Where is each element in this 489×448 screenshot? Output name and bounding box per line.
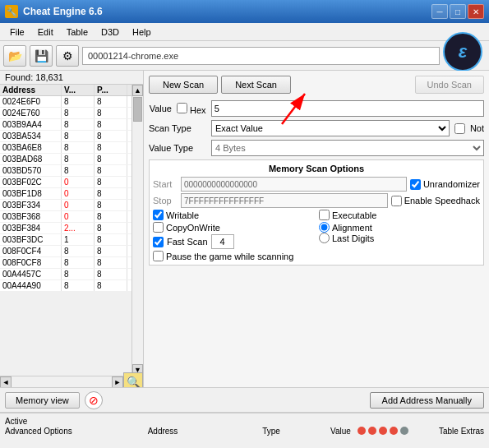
- table-row[interactable]: 003BF368 0 8: [0, 211, 131, 223]
- cell-previous: 8: [95, 96, 127, 107]
- alignment-radio[interactable]: [319, 222, 330, 233]
- copyonwrite-checkbox[interactable]: [153, 222, 164, 233]
- undo-scan-button[interactable]: Undo Scan: [415, 76, 484, 94]
- table-row[interactable]: 003BF334 0 8: [0, 200, 131, 211]
- table-row[interactable]: 0024E6F0 8 8: [0, 96, 131, 108]
- cell-previous: 8: [95, 246, 127, 256]
- value-type-row: Value Type 4 Bytes: [149, 140, 484, 156]
- scroll-thumb[interactable]: [133, 97, 142, 122]
- bottom-toolbar: Memory view ⊘ Add Address Manually: [0, 387, 489, 412]
- cell-value: 8: [62, 154, 95, 164]
- menu-d3d[interactable]: D3D: [95, 25, 126, 39]
- cell-address: 0024E760: [0, 108, 62, 118]
- speedhack-checkbox[interactable]: [391, 196, 402, 206]
- cell-value: 0: [62, 177, 95, 187]
- cell-value: 8: [62, 246, 95, 256]
- maximize-button[interactable]: □: [450, 4, 466, 19]
- menu-edit[interactable]: Edit: [31, 25, 60, 39]
- toolbar-save-button[interactable]: 💾: [30, 45, 53, 67]
- writable-label: Writable: [166, 210, 199, 220]
- scan-type-select[interactable]: Exact Value: [211, 120, 450, 136]
- value-type-select[interactable]: 4 Bytes: [211, 140, 484, 156]
- value-input[interactable]: [211, 100, 484, 117]
- not-checkbox[interactable]: [454, 123, 465, 134]
- table-extras-label: Table Extras: [439, 427, 484, 436]
- menu-file[interactable]: File: [3, 25, 31, 39]
- table-row[interactable]: 008F0CF8 8 8: [0, 257, 131, 269]
- table-row[interactable]: 003BF02C 0 8: [0, 177, 131, 188]
- process-display[interactable]: 00001214-chrome.exe: [82, 47, 440, 65]
- table-row[interactable]: 003BF384 2... 8: [0, 223, 131, 234]
- cell-previous: 8: [95, 119, 127, 130]
- menu-help[interactable]: Help: [126, 25, 158, 39]
- lastdigits-radio[interactable]: [319, 233, 330, 243]
- next-scan-button[interactable]: Next Scan: [221, 76, 291, 94]
- alignment-radio-col: Alignment Last Digits: [319, 222, 480, 243]
- table-row[interactable]: 003BF3DC 1 8: [0, 234, 131, 246]
- add-address-button[interactable]: Add Address Manually: [370, 392, 484, 409]
- cell-address: 003BF02C: [0, 177, 62, 187]
- scroll-right-button[interactable]: ►: [112, 376, 123, 388]
- pause-checkbox[interactable]: [153, 251, 164, 261]
- cell-previous: 8: [95, 188, 127, 199]
- alignment-radio-row: Alignment: [319, 222, 480, 233]
- unrandom-checkbox[interactable]: [410, 179, 421, 190]
- cell-address: 003BD570: [0, 165, 62, 176]
- main-content: Found: 18,631 Address V... P... 0024E6F0…: [0, 71, 489, 387]
- stop-input[interactable]: [181, 193, 388, 208]
- table-row[interactable]: 003BF1D8 0 8: [0, 188, 131, 200]
- fastscan-checkbox[interactable]: [153, 237, 164, 247]
- start-input[interactable]: [181, 177, 407, 192]
- menu-table[interactable]: Table: [60, 25, 95, 39]
- col-header-p: P...: [95, 85, 127, 95]
- hex-checkbox[interactable]: [177, 103, 187, 113]
- table-row[interactable]: 003BA6E8 8 8: [0, 142, 131, 154]
- scroll-horiz-track[interactable]: [12, 376, 112, 388]
- window-controls: ─ □ ✕: [431, 4, 484, 19]
- table-row[interactable]: 008F0CF4 8 8: [0, 246, 131, 257]
- table-row[interactable]: 00A44A90 8 8: [0, 280, 131, 292]
- scan-type-row: Scan Type Exact Value Not: [149, 120, 484, 136]
- cell-address: 003BA534: [0, 131, 62, 141]
- new-scan-button[interactable]: New Scan: [149, 76, 218, 94]
- table-row[interactable]: 003BD570 8 8: [0, 165, 131, 177]
- cell-value: 0: [62, 211, 95, 222]
- value-type-label: Value Type: [149, 143, 206, 153]
- table-row[interactable]: 003BA534 8 8: [0, 131, 131, 142]
- fastscan-input[interactable]: [211, 234, 234, 249]
- address-table-header: Address V... P...: [0, 85, 131, 96]
- cell-value: 8: [62, 280, 95, 291]
- scroll-left-button[interactable]: ◄: [0, 376, 12, 388]
- minimize-button[interactable]: ─: [431, 4, 448, 19]
- cell-address: 003BF3DC: [0, 234, 62, 245]
- start-label: Start: [153, 179, 178, 189]
- executable-checkbox[interactable]: [319, 210, 330, 220]
- cell-value: 8: [62, 269, 95, 279]
- fastscan-row: Fast Scan: [153, 234, 314, 249]
- stop-button[interactable]: ⊘: [85, 391, 103, 409]
- scroll-up-button[interactable]: ▲: [132, 85, 143, 96]
- cell-address: 003BAD68: [0, 154, 62, 164]
- start-range-row: Start Unrandomizer: [153, 177, 480, 192]
- table-row[interactable]: 00A4457C 8 8: [0, 269, 131, 280]
- close-button[interactable]: ✕: [468, 4, 484, 19]
- writable-checkbox[interactable]: [153, 210, 164, 220]
- table-row[interactable]: 003BAD68 8 8: [0, 154, 131, 165]
- memory-view-button[interactable]: Memory view: [5, 392, 80, 409]
- toolbar-open-button[interactable]: 📂: [3, 45, 26, 67]
- value-label: Value: [149, 104, 172, 113]
- table-row[interactable]: 0024E760 8 8: [0, 108, 131, 119]
- app-title: Cheat Engine 6.6: [23, 6, 431, 17]
- scan-buttons: New Scan Next Scan Undo Scan: [149, 76, 484, 94]
- hex-label: Hex: [177, 103, 206, 115]
- executable-row: Executable: [319, 210, 480, 220]
- title-bar: 🔧 Cheat Engine 6.6 ─ □ ✕: [0, 0, 489, 23]
- cell-address: 008F0CF4: [0, 246, 62, 256]
- magnify-button[interactable]: 🔍: [123, 372, 143, 388]
- toolbar-settings-button[interactable]: ⚙: [56, 45, 79, 67]
- value-row: Value Hex: [149, 100, 484, 117]
- table-row[interactable]: 003B9AA4 8 8: [0, 119, 131, 131]
- vertical-scrollbar[interactable]: ▲ ▼: [131, 85, 143, 376]
- horizontal-scrollbar[interactable]: ◄ ► 🔍: [0, 376, 143, 387]
- dot-1: [358, 427, 366, 435]
